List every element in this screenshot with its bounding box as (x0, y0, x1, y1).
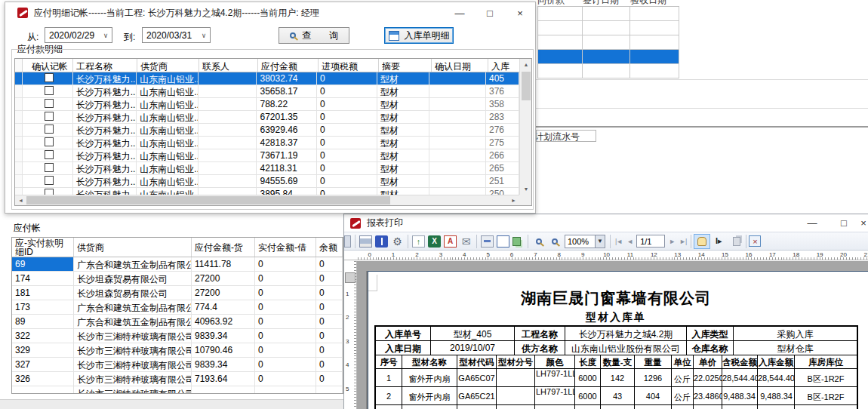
table-row[interactable]: 长沙万科魅力... 山东南山铝业... 67201.35 0 型材 283 (15, 111, 519, 124)
maximize-button[interactable]: □ (475, 2, 505, 23)
confirm-checkbox[interactable] (45, 86, 54, 95)
email-icon[interactable]: ✉ (460, 235, 472, 248)
row-header[interactable] (15, 175, 23, 187)
column-header[interactable]: 应付金额 (258, 59, 319, 72)
query-button[interactable]: 查 询 (279, 27, 349, 44)
row-header[interactable] (15, 124, 23, 136)
first-page-button[interactable]: |◄ (615, 238, 622, 245)
confirm-checkbox[interactable] (45, 137, 54, 146)
minimize-button[interactable]: — (797, 214, 827, 232)
row-header[interactable] (15, 85, 23, 97)
table-row[interactable]: 181 长沙坦森贸易有限公司 27200 0 0 (12, 286, 343, 300)
table-row[interactable]: 长沙万科魅力... 山东南山铝业... 42818.37 0 型材 275 (15, 137, 519, 149)
scrollbar-thumb[interactable] (26, 196, 390, 204)
table-row[interactable]: 173 广东合和建筑五金制品有限公司 774.4 0 0 (12, 300, 343, 315)
column-header[interactable]: 应付金额-货 (192, 238, 255, 257)
table-row[interactable]: 长沙市三湘特种玻璃有限公司 (12, 386, 343, 394)
table-row[interactable]: 长沙万科魅力... 山东南山铝业... 38032.74 0 型材 405 (15, 72, 519, 85)
single-page-icon[interactable] (497, 235, 509, 248)
confirm-checkbox[interactable] (45, 112, 54, 121)
column-header[interactable]: 供货商 (74, 238, 192, 257)
minimize-button[interactable]: — (445, 2, 475, 23)
next-page-button[interactable]: ► (669, 238, 675, 245)
row-header[interactable] (15, 188, 23, 195)
column-header[interactable]: 联系人 (199, 59, 258, 72)
column-header[interactable]: 实付金额-借 (255, 238, 316, 257)
scroll-right-icon[interactable]: ► (508, 195, 519, 206)
inbound-detail-button[interactable]: 入库单明细 (384, 27, 454, 44)
print-preview-area[interactable]: 湖南巨晟门窗幕墙有限公司 型材入库单 入库单号 型材_405 工程名称 长沙万科… (344, 261, 868, 409)
table-row[interactable]: 长沙万科魅力... 山东南山铝业... 42118.31 0 型材 265 (15, 162, 519, 175)
table-row[interactable] (537, 35, 679, 50)
table-row[interactable]: 89 广东合和建筑五金制品有限公司 40963.92 0 0 (12, 315, 343, 329)
row-header[interactable] (15, 149, 23, 161)
export-pdf-icon[interactable]: A (444, 235, 457, 248)
row-header[interactable] (15, 72, 23, 85)
titlebar[interactable]: 应付明细记帐------当前工程: 长沙万科魅力之城4.2期------当前用户… (5, 2, 535, 23)
table-row[interactable]: 长沙万科魅力... 山东南山铝业... 63929.46 0 型材 276 (15, 124, 519, 137)
print-settings-icon[interactable]: ⚙ (391, 235, 404, 248)
confirm-checkbox[interactable] (45, 176, 54, 185)
confirm-checkbox[interactable] (45, 163, 54, 172)
column-header[interactable]: 确认日期 (432, 59, 488, 72)
column-header[interactable]: 应-实付款明 细ID (12, 238, 74, 257)
print-icon[interactable] (359, 235, 372, 248)
zoom-level-select[interactable]: 100% ▼ (565, 235, 605, 248)
page-number-input[interactable]: 1/1 (636, 235, 665, 248)
close-button[interactable]: × (505, 2, 535, 23)
table-row[interactable]: 长沙万科魅力... 山东南山铝业... 35658.17 0 型材 376 (15, 85, 519, 98)
column-header[interactable]: 入库 (488, 59, 519, 72)
table-row[interactable]: 69 广东合和建筑五金制品有限公司 11411.78 0 0 (12, 257, 343, 272)
confirm-checkbox[interactable] (45, 73, 54, 82)
table-row[interactable]: 326 长沙市三湘特种玻璃有限公司 7193.64 0 0 (12, 372, 343, 386)
page-setup-icon[interactable] (481, 235, 494, 248)
column-header[interactable]: 摘要 (379, 59, 432, 72)
table-row[interactable] (537, 21, 679, 35)
confirm-checkbox[interactable] (45, 189, 54, 195)
zoom-in-icon[interactable] (532, 235, 545, 248)
scroll-down-icon[interactable]: ▼ (520, 183, 532, 195)
column-header[interactable]: 余额 (316, 238, 343, 257)
scroll-up-icon[interactable]: ▲ (520, 59, 532, 70)
confirm-checkbox[interactable] (45, 99, 54, 108)
from-date-select[interactable]: 2020/02/29 ∨ (45, 27, 112, 43)
maximize-button[interactable]: □ (829, 214, 859, 232)
table-row[interactable]: 327 长沙市三湘特种玻璃有限公司 9839.34 0 0 (12, 358, 343, 372)
table-row[interactable]: 长沙万科魅力 山东南山铝业 3895.84 0 型材 250 (15, 188, 519, 195)
copy-page-button[interactable] (727, 234, 743, 249)
last-page-button[interactable]: ►| (679, 238, 686, 245)
scroll-left-icon[interactable]: ◄ (15, 195, 26, 206)
table-row[interactable]: 174 长沙坦森贸易有限公司 27200 0 0 (12, 272, 343, 286)
text-select-tool-button[interactable]: I▸ (710, 234, 727, 249)
row-header[interactable] (15, 111, 23, 123)
titlebar[interactable]: 报表打印 — □ × (344, 214, 868, 232)
column-header[interactable]: 供货商 (137, 59, 199, 72)
horizontal-scrollbar[interactable]: ◄ ► (15, 195, 519, 205)
plan-serial-field[interactable]: 计划流水号 (536, 130, 596, 142)
book-icon[interactable] (375, 235, 388, 248)
row-header[interactable] (15, 162, 23, 174)
panel-icon[interactable] (344, 235, 351, 248)
export-excel-icon[interactable]: X (428, 235, 441, 248)
table-row[interactable] (537, 64, 679, 78)
export-icon[interactable]: ↑ (412, 235, 425, 248)
to-date-select[interactable]: 2020/03/31 ∨ (142, 27, 211, 43)
close-button[interactable]: × (859, 214, 868, 232)
selected-table-row[interactable] (537, 50, 679, 64)
table-row[interactable]: 长沙万科魅力... 山东南山铝业... 73671.19 0 型材 266 (15, 149, 519, 162)
row-header[interactable] (15, 137, 23, 149)
table-row[interactable]: 长沙万科魅力... 山东南山铝业... 788.22 0 型材 358 (15, 98, 519, 111)
column-header[interactable]: 工程名称 (73, 59, 137, 72)
confirm-checkbox[interactable] (45, 125, 54, 134)
table-row[interactable] (537, 7, 679, 21)
column-header[interactable]: 确认记帐 (23, 59, 73, 72)
table-row[interactable]: 长沙万科魅力... 山东南山铝业... 94555.69 0 型材 251 (15, 175, 519, 188)
multi-page-icon[interactable] (512, 237, 521, 246)
scrollbar-thumb[interactable] (522, 72, 531, 100)
vertical-scrollbar[interactable]: ▲ ▼ (519, 59, 531, 195)
row-header[interactable] (15, 98, 23, 110)
hand-tool-button[interactable] (694, 234, 710, 249)
confirm-checkbox[interactable] (45, 150, 54, 159)
column-header[interactable]: 进项税额 (319, 59, 379, 72)
table-row[interactable]: 329 长沙市三湘特种玻璃有限公司 10790.46 0 0 (12, 343, 343, 358)
